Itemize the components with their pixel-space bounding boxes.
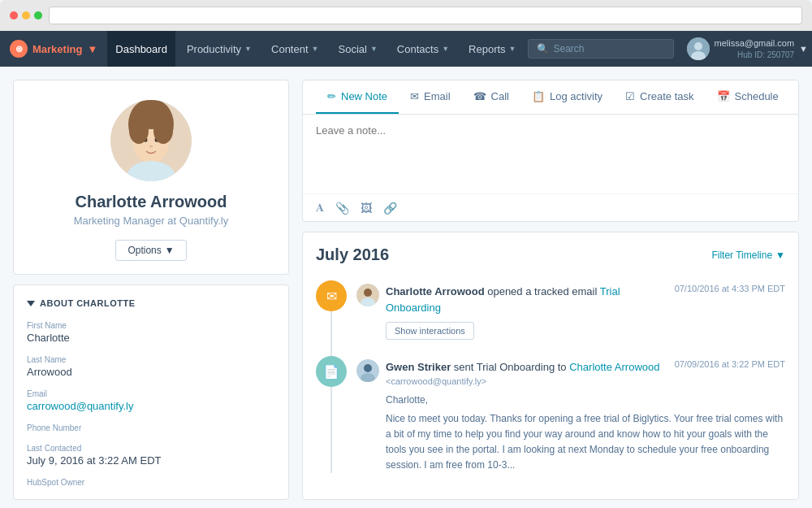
field-hubspot-owner: HubSpot Owner [27,478,275,487]
link-icon[interactable]: 🔗 [383,202,397,215]
right-panel: ✏ New Note ✉ Email ☎ Call 📋 Log activity… [302,80,799,500]
collapse-triangle-icon[interactable] [27,301,35,306]
nav-social[interactable]: Social ▼ [330,31,385,67]
schedule-icon: 📅 [717,90,730,102]
user-menu-caret: ▼ [799,44,808,54]
tab-call[interactable]: ☎ Call [462,80,520,114]
log-activity-icon: 📋 [532,90,545,102]
event-1-content: Charlotte Arrowood opened a tracked emai… [386,284,785,340]
window-controls [10,11,42,20]
event-email-icon: ✉ [316,280,347,311]
search-container: 🔍 [528,39,674,59]
nav-dashboard[interactable]: Dashboard [107,31,175,67]
new-note-icon: ✏ [327,90,336,102]
about-card: ABOUT CHARLOTTE First Name Charlotte Las… [13,284,289,500]
search-icon: 🔍 [537,43,549,54]
activity-card: ✏ New Note ✉ Email ☎ Call 📋 Log activity… [302,80,799,222]
note-toolbar: 𝐀 📎 🖼 🔗 [303,193,798,221]
event-1-row: Charlotte Arrowood opened a tracked emai… [356,284,785,340]
filter-caret-icon: ▼ [775,250,785,261]
profile-avatar [110,100,192,181]
field-last-name: Last Name Arrowood [27,355,275,378]
profile-card: Charlotte Arrowood Marketing Manager at … [13,80,289,275]
main-container: Charlotte Arrowood Marketing Manager at … [0,67,812,508]
note-area [303,115,798,193]
nav-logo[interactable]: ⊛ Marketing ▼ [10,40,97,58]
svg-point-1 [694,42,702,50]
tab-log-activity[interactable]: 📋 Log activity [520,80,614,114]
field-last-contacted: Last Contacted July 9, 2016 at 3:22 AM E… [27,444,275,467]
tab-create-task[interactable]: ☑ Create task [614,80,705,114]
timeline-events: ✉ [316,280,785,473]
user-info: melissa@gmail.com Hub ID: 250707 [715,37,795,59]
svg-point-18 [364,364,372,372]
attachment-icon[interactable]: 📎 [335,202,349,215]
event-2-body: Gwen Striker sent Trial Onboarding to Ch… [356,356,785,473]
search-input[interactable] [554,43,665,54]
left-panel: Charlotte Arrowood Marketing Manager at … [13,80,289,500]
timeline-event-2: 📄 [316,356,785,473]
text-format-icon[interactable]: 𝐀 [316,201,324,215]
timeline-container: July 2016 Filter Timeline ▼ ✉ [302,232,799,500]
event-2-email-body: Charlotte, Nice to meet you today. Thank… [386,393,785,474]
field-phone: Phone Number [27,423,275,432]
svg-point-13 [135,106,167,129]
contact-name: Charlotte Arrowood [75,193,227,211]
address-bar[interactable] [49,7,802,24]
field-email: Email carrowood@quantify.ly [27,389,275,412]
nav-content[interactable]: Content ▼ [263,31,326,67]
event-note-icon: 📄 [316,356,347,387]
show-interactions-button[interactable]: Show interactions [386,322,474,340]
event-2-content: Gwen Striker sent Trial Onboarding to Ch… [386,359,785,473]
contact-title: Marketing Manager at Quantify.ly [74,215,229,227]
tab-new-note[interactable]: ✏ New Note [316,80,399,114]
nav-productivity[interactable]: Productivity ▼ [179,31,260,67]
filter-timeline-button[interactable]: Filter Timeline ▼ [711,250,785,261]
event-2-row: Gwen Striker sent Trial Onboarding to Ch… [356,359,785,473]
options-caret-icon: ▼ [165,245,175,256]
avatar [687,37,710,60]
call-icon: ☎ [473,90,486,102]
nav-contacts[interactable]: Contacts ▼ [389,31,457,67]
event-2-avatar [356,359,379,382]
social-caret: ▼ [370,45,378,53]
contacts-caret: ▼ [442,45,449,53]
nav-logo-caret: ▼ [87,43,97,55]
content-caret: ▼ [312,45,319,53]
note-textarea[interactable] [316,124,785,181]
timeline-header: July 2016 Filter Timeline ▼ [316,245,785,264]
note-page-icon: 📄 [323,364,339,380]
image-icon[interactable]: 🖼 [361,202,372,215]
hubspot-icon: ⊛ [10,40,28,58]
svg-point-15 [364,289,372,297]
about-header: ABOUT CHARLOTTE [27,298,275,308]
event-1-header: Charlotte Arrowood opened a tracked emai… [386,284,785,315]
field-first-name: First Name Charlotte [27,321,275,344]
reports-caret: ▼ [509,45,516,53]
event-1-description: Charlotte Arrowood opened a tracked emai… [386,284,668,315]
svg-point-10 [149,145,153,148]
productivity-caret: ▼ [244,45,252,53]
event-2-description: Gwen Striker sent Trial Onboarding to Ch… [386,359,659,376]
tabs-row: ✏ New Note ✉ Email ☎ Call 📋 Log activity… [303,80,798,115]
create-task-icon: ☑ [625,90,635,102]
options-button[interactable]: Options ▼ [115,240,186,261]
maximize-window-button[interactable] [34,11,42,20]
event-1-avatar [356,284,379,306]
nav-marketing-label: Marketing [32,43,82,55]
email-tab-icon: ✉ [410,90,419,102]
timeline-month: July 2016 [316,245,389,264]
user-menu[interactable]: melissa@gmail.com Hub ID: 250707 ▼ [687,37,808,60]
event-2-header: Gwen Striker sent Trial Onboarding to Ch… [386,359,785,376]
nav-reports[interactable]: Reports ▼ [460,31,524,67]
event-1-body: Charlotte Arrowood opened a tracked emai… [356,280,785,340]
close-window-button[interactable] [10,11,18,20]
timeline-event-1: ✉ [316,280,785,340]
tab-email[interactable]: ✉ Email [399,80,462,114]
email-envelope-icon: ✉ [326,289,337,304]
tab-schedule[interactable]: 📅 Schedule [706,80,790,114]
top-navigation: ⊛ Marketing ▼ Dashboard Productivity ▼ C… [0,31,812,67]
browser-chrome [0,0,812,31]
minimize-window-button[interactable] [22,11,30,20]
